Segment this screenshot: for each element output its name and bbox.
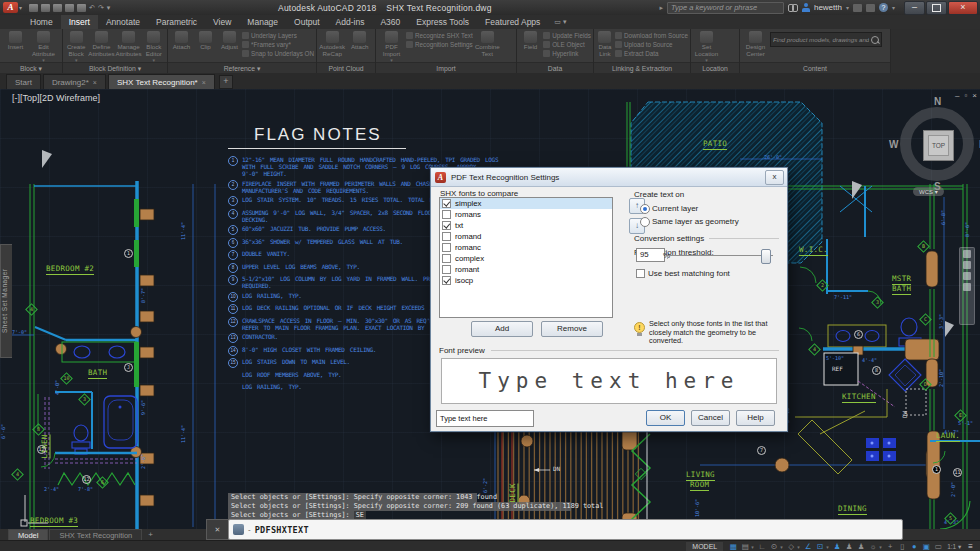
ribbon-button-design-center[interactable]: Design Center [742, 30, 769, 58]
signed-in-user[interactable]: hewetth [814, 3, 842, 12]
viewport-controls[interactable]: [-][Top][2D Wireframe] [12, 93, 100, 103]
close-button[interactable]: × [948, 1, 978, 15]
save-icon[interactable] [53, 4, 62, 12]
font-checkbox-isocp[interactable] [442, 276, 451, 285]
best-matching-font-label[interactable]: Use best matching font [648, 269, 730, 278]
object-snap-tracking-icon[interactable]: ∠ [802, 542, 814, 551]
restore-button[interactable] [926, 1, 947, 15]
content-search-input[interactable]: Find product models, drawings and specs [770, 32, 882, 47]
command-line-input[interactable]: - PDFSHXTEXT [228, 519, 903, 540]
ribbon-button-autodesk-recap[interactable]: Autodesk ReCap [319, 30, 346, 58]
ribbon-button-set-location[interactable]: Set Location▾ [693, 30, 720, 62]
ribbon-button-update-fields[interactable]: Update Fields [543, 32, 591, 39]
panel-title-block-definition[interactable]: Block Definition ▾ [63, 62, 167, 74]
navigation-bar[interactable] [959, 247, 975, 325]
font-item-romanc[interactable]: romanc [440, 242, 612, 253]
ribbon-button-frames-vary[interactable]: *Frames vary* [242, 41, 314, 48]
annotation-scale-button[interactable]: 1:1 ▾ [945, 543, 963, 551]
new-file-icon[interactable] [29, 4, 38, 12]
drawing-close-icon[interactable]: × [972, 91, 977, 100]
open-file-icon[interactable] [41, 4, 50, 12]
font-checkbox-complex[interactable] [442, 254, 451, 263]
viewcube-north-label[interactable]: N [934, 96, 941, 107]
remove-font-button[interactable]: Remove [541, 321, 603, 337]
font-item-romans[interactable]: romans [440, 209, 612, 220]
best-matching-font-checkbox[interactable] [636, 269, 645, 278]
ribbon-button-attach[interactable]: Attach [347, 30, 374, 51]
current-layer-label[interactable]: Current layer [652, 204, 698, 213]
ribbon-button-combine-text[interactable]: Combine Text [474, 30, 501, 58]
font-item-txt[interactable]: txt [440, 220, 612, 231]
font-item-isocp[interactable]: isocp [440, 275, 612, 286]
same-layer-radio[interactable] [640, 217, 650, 227]
save-as-icon[interactable] [65, 4, 74, 12]
preview-text-input[interactable]: Type text here [436, 410, 534, 427]
ribbon-tab-parametric[interactable]: Parametric [148, 15, 205, 29]
file-tab-shx-text-recognition[interactable]: SHX Text Recognition*× [108, 74, 215, 89]
search-binoculars-icon[interactable] [788, 4, 798, 11]
ribbon-button-manage-attributes[interactable]: Manage Attributes [116, 30, 142, 58]
layout-tab-shx-text-recognition[interactable]: SHX Text Recognition [49, 529, 142, 540]
ribbon-tab-featured-apps[interactable]: Featured Apps [477, 15, 548, 29]
shx-fonts-list[interactable]: simplexromanstxtromandromanccomplexroman… [439, 197, 613, 318]
current-layer-radio[interactable] [640, 204, 650, 214]
panel-title-point-cloud[interactable]: Point Cloud [317, 62, 375, 74]
zoom-extents-icon[interactable] [963, 272, 971, 280]
search-input[interactable]: Type a keyword or phrase [667, 2, 784, 14]
isometric-drafting-icon[interactable]: ◇ [785, 542, 797, 551]
dialog-title-bar[interactable]: A PDF Text Recognition Settings x [431, 168, 787, 187]
ribbon-tab-view[interactable]: View [205, 15, 239, 29]
ribbon-button-attach[interactable]: Attach [170, 30, 193, 51]
ribbon-display-toggle-icon[interactable]: ▭ ▾ [554, 15, 566, 29]
font-item-romand[interactable]: romand [440, 231, 612, 242]
annotation-visibility-icon[interactable]: ♟ [831, 542, 843, 551]
clean-screen-icon[interactable]: ▭ [932, 542, 944, 551]
user-menu-caret-icon[interactable]: ▾ [846, 4, 849, 11]
viewcube[interactable]: N S W E TOP WCS ▾ [899, 105, 977, 185]
command-line-close-icon[interactable]: ✕ [215, 526, 221, 534]
ribbon-button-block-editor[interactable]: Block Editor▾ [143, 30, 165, 62]
threshold-slider-handle[interactable] [761, 249, 771, 264]
file-tab-drawing2[interactable]: Drawing2*× [43, 74, 106, 89]
file-tab-close-icon[interactable]: × [202, 79, 206, 86]
ribbon-button-snap-to-underlays-on[interactable]: Snap to Underlays ON [242, 50, 314, 57]
autoscale-icon[interactable]: ♟ [843, 542, 855, 551]
ribbon-button-recognize-shx-text[interactable]: Recognize SHX Text [406, 32, 473, 39]
threshold-slider[interactable] [667, 255, 773, 256]
orbit-icon[interactable] [963, 283, 971, 291]
font-checkbox-simplex[interactable] [442, 199, 451, 208]
font-item-simplex[interactable]: simplex [440, 198, 612, 209]
layout-tab-model[interactable]: Model [8, 529, 48, 540]
ortho-mode-icon[interactable]: ∟ [756, 542, 768, 551]
ribbon-button-field[interactable]: Field [519, 30, 542, 51]
ribbon-button-download-from-source[interactable]: Download from Source [615, 32, 688, 39]
undo-icon[interactable]: ↶ [89, 4, 95, 12]
sheet-set-manager-tab[interactable]: Sheet Set Manager [0, 244, 12, 358]
font-item-complex[interactable]: complex [440, 253, 612, 264]
ribbon-button-upload-to-source[interactable]: Upload to Source [615, 41, 688, 48]
polar-tracking-icon[interactable]: ⊙ [768, 542, 780, 551]
panel-title-import[interactable]: Import [376, 62, 516, 74]
ribbon-button-define-attributes[interactable]: Define Attributes [88, 30, 114, 58]
viewcube-top-face[interactable]: TOP [923, 130, 954, 161]
new-file-tab-button[interactable]: + [219, 75, 233, 89]
command-customize-icon[interactable] [233, 524, 244, 535]
ribbon-button-hyperlink[interactable]: Hyperlink [543, 50, 591, 57]
quick-properties-icon[interactable]: ▯ [896, 542, 908, 551]
viewcube-wcs-menu[interactable]: WCS ▾ [913, 187, 944, 196]
file-tab-start[interactable]: Start [6, 74, 41, 89]
ribbon-button-insert[interactable]: Insert [2, 30, 29, 51]
workspace-icon[interactable]: ☼ [867, 542, 879, 551]
ok-button[interactable]: OK [646, 410, 685, 426]
snap-mode-icon[interactable]: ▤ [739, 542, 751, 551]
ribbon-button-clip[interactable]: Clip [194, 30, 217, 51]
isolate-objects-icon[interactable]: ● [908, 542, 920, 551]
ribbon-tab-manage[interactable]: Manage [239, 15, 286, 29]
ribbon-button-recognition-settings[interactable]: Recognition Settings [406, 41, 473, 48]
ribbon-button-extract-data[interactable]: Extract Data [615, 50, 688, 57]
pan-icon[interactable] [963, 261, 971, 269]
font-checkbox-romans[interactable] [442, 210, 451, 219]
full-navigation-wheel-icon[interactable] [963, 250, 971, 258]
ribbon-tab-output[interactable]: Output [286, 15, 328, 29]
annotation-scale-icon[interactable]: ♟ [855, 542, 867, 551]
